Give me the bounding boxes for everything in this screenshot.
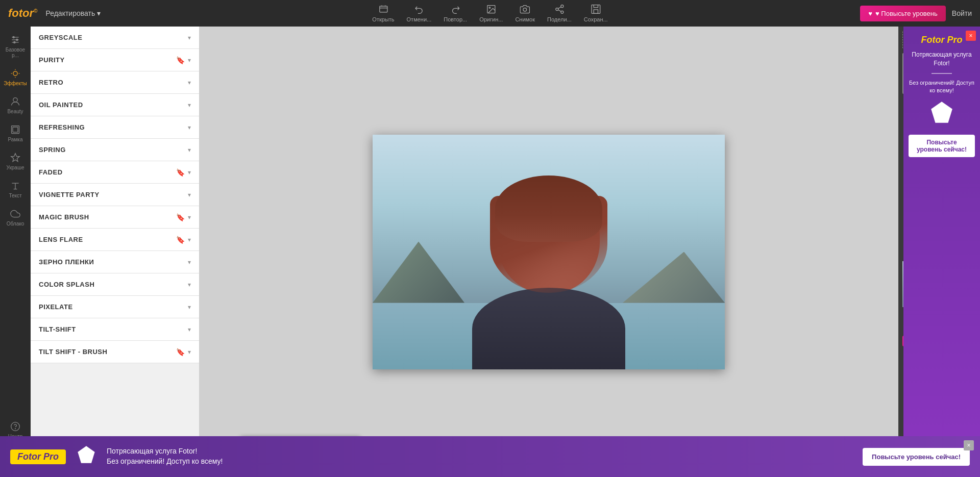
svg-rect-22 — [13, 127, 18, 132]
effect-purity[interactable]: PURITY 🔖 ▾ — [31, 49, 199, 71]
save-action[interactable]: Сохран... — [584, 4, 608, 22]
pro-tagline: Потрясающая услуга Fotor! — [909, 51, 975, 68]
banner-diamond-icon — [76, 444, 96, 469]
bookmark-icon: 🔖 — [176, 56, 185, 64]
effect-pixelate[interactable]: PIXELATE ▾ — [31, 296, 199, 318]
sidebar-item-frame[interactable]: Рамка — [0, 120, 31, 146]
redo-icon — [450, 4, 460, 14]
banner-close-button[interactable]: × — [964, 440, 974, 450]
chevron-icon: ▾ — [188, 57, 191, 64]
chevron-icon: ▾ — [188, 79, 191, 86]
canvas-area: 1000рх × 666рх − 84% + Сравнить Вы может… — [199, 27, 898, 477]
text-icon — [10, 181, 20, 191]
open-action[interactable]: Открыть — [372, 4, 394, 22]
chevron-icon: ▾ — [188, 259, 191, 266]
undo-icon — [414, 4, 424, 14]
share-icon — [554, 4, 565, 14]
sliders-icon — [10, 35, 20, 45]
sidebar-item-cloud[interactable]: Облако — [0, 205, 31, 231]
chevron-icon: ▾ — [188, 348, 191, 356]
pro-close-button[interactable]: × — [966, 31, 976, 41]
effect-vignette-party[interactable]: VIGNETTE PARTY ▾ — [31, 184, 199, 206]
open-icon — [378, 4, 388, 14]
effect-lens-flare[interactable]: LENS FLARE 🔖 ▾ — [31, 229, 199, 251]
svg-point-12 — [13, 36, 14, 38]
main-area: Базовое р... Эффекты Beauty Рамка Украше… — [0, 27, 980, 477]
effect-tilt-shift-brush[interactable]: TILT SHIFT - BRUSH 🔖 ▾ — [31, 341, 199, 363]
chevron-icon: ▾ — [188, 102, 191, 109]
effect-spring[interactable]: SPRING ▾ — [31, 139, 199, 161]
undo-action[interactable]: Отмени... — [407, 4, 432, 22]
snapshot-icon — [520, 4, 530, 14]
banner-upgrade-button[interactable]: Повысьте уровень сейчас! — [863, 448, 970, 466]
decor-icon — [10, 153, 20, 163]
redo-action[interactable]: Повтор... — [444, 4, 467, 22]
topbar-actions: Открыть Отмени... Повтор... Оригин... Сн… — [372, 4, 607, 22]
chevron-icon: ▾ — [188, 169, 191, 176]
chevron-icon: ▾ — [188, 304, 191, 311]
svg-rect-7 — [592, 5, 600, 14]
svg-point-5 — [555, 8, 558, 11]
effect-color-splash[interactable]: COLOR SPLASH ▾ — [31, 273, 199, 296]
original-icon — [486, 4, 496, 14]
bottom-banner: × Fotor Pro Потрясающая услуга Fotor! Бе… — [0, 436, 980, 477]
effect-film-grain[interactable]: ЗЕРНО ПЛЕНКИ ▾ — [31, 251, 199, 273]
canvas-image[interactable] — [373, 135, 725, 369]
topbar-right: ♥ ♥ Повысьте уровень Войти — [860, 6, 972, 21]
svg-point-13 — [16, 39, 18, 40]
sidebar-item-basic[interactable]: Базовое р... — [0, 31, 31, 62]
svg-point-2 — [489, 7, 491, 8]
svg-marker-23 — [11, 154, 20, 162]
bookmark-icon: 🔖 — [176, 236, 185, 244]
pro-desc: Без ограничений! Доступ ко всему! — [909, 79, 975, 95]
chevron-icon: ▾ — [188, 236, 191, 243]
banner-text: Потрясающая услуга Fotor! Без ограничени… — [107, 446, 852, 466]
pro-panel-right: × Fotor Pro Потрясающая услуга Fotor! Бе… — [903, 27, 980, 477]
svg-point-15 — [13, 71, 17, 76]
bookmark-icon: 🔖 — [176, 168, 185, 177]
pro-divider — [932, 73, 952, 74]
diamond-icon — [929, 99, 954, 130]
cloud-icon — [10, 209, 20, 219]
canvas-image-container — [373, 135, 725, 369]
svg-rect-8 — [594, 10, 598, 14]
svg-marker-27 — [931, 102, 952, 123]
sidebar-item-beauty[interactable]: Beauty — [0, 92, 31, 118]
chevron-icon: ▾ — [188, 34, 191, 41]
sidebar-item-decor[interactable]: Украше — [0, 148, 31, 174]
svg-marker-28 — [78, 446, 94, 463]
effect-magic-brush[interactable]: MAGIC BRUSH 🔖 ▾ — [31, 206, 199, 229]
svg-point-14 — [14, 41, 15, 43]
original-action[interactable]: Оригин... — [479, 4, 503, 22]
chevron-icon: ▾ — [188, 124, 191, 131]
snapshot-action[interactable]: Снимок — [515, 4, 535, 22]
effect-faded[interactable]: FADED 🔖 ▾ — [31, 161, 199, 184]
svg-point-4 — [560, 5, 563, 8]
pro-upgrade-button[interactable]: Повысьте уровень сейчас! — [909, 135, 975, 157]
save-icon — [591, 4, 601, 14]
effects-icon — [10, 68, 20, 79]
chevron-icon: ▾ — [188, 326, 191, 333]
svg-point-6 — [560, 11, 563, 13]
effect-greyscale[interactable]: GREYSCALE ▾ — [31, 27, 199, 49]
topbar: fotor© Редактировать ▾ Открыть Отмени...… — [0, 0, 980, 27]
sidebar-item-effects[interactable]: Эффекты — [0, 64, 31, 90]
upgrade-button-top[interactable]: ♥ ♥ Повысьте уровень — [860, 6, 946, 21]
sidebar-item-text[interactable]: Текст — [0, 177, 31, 203]
svg-point-3 — [523, 8, 527, 12]
effect-retro[interactable]: RETRO ▾ — [31, 71, 199, 94]
chevron-icon: ▾ — [188, 281, 191, 288]
edit-menu-button[interactable]: Редактировать ▾ — [45, 9, 101, 17]
effect-tilt-shift[interactable]: TILT-SHIFT ▾ — [31, 318, 199, 341]
share-action[interactable]: Подели... — [547, 4, 572, 22]
effect-oil-painted[interactable]: OIL PAINTED ▾ — [31, 94, 199, 116]
effect-refreshing[interactable]: REFRESHING ▾ — [31, 116, 199, 139]
app-logo: fotor© — [8, 7, 37, 20]
banner-pro-label: Fotor Pro — [10, 449, 66, 464]
effects-panel: GREYSCALE ▾ PURITY 🔖 ▾ RETRO ▾ OIL PAINT… — [31, 27, 199, 477]
login-button[interactable]: Войти — [952, 9, 972, 17]
chevron-icon: ▾ — [188, 214, 191, 221]
svg-point-24 — [11, 422, 20, 431]
chevron-icon: ▾ — [188, 191, 191, 198]
pro-logo: Fotor Pro — [921, 35, 963, 45]
